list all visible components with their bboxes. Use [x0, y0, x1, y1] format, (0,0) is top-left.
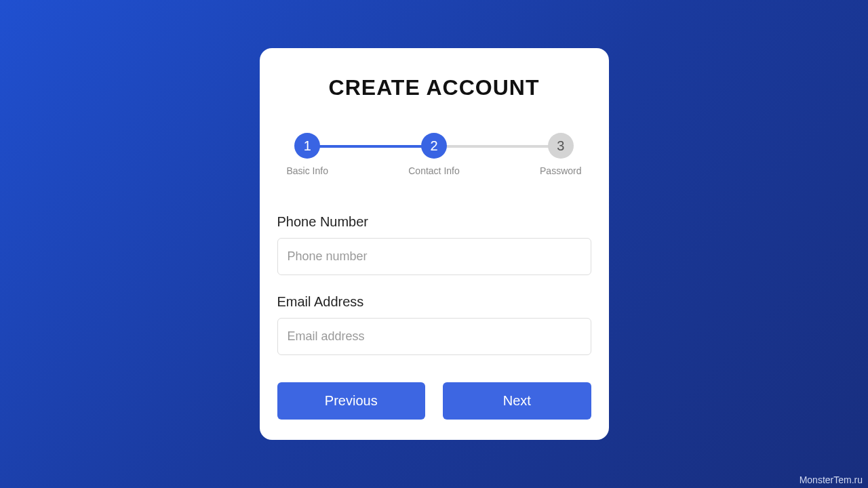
button-row: Previous Next	[277, 382, 591, 420]
phone-label: Phone Number	[277, 214, 591, 230]
step-basic-info: 1 Basic Info	[287, 133, 328, 176]
page-title: CREATE ACCOUNT	[277, 75, 591, 100]
email-form-group: Email Address	[277, 294, 591, 355]
email-label: Email Address	[277, 294, 591, 310]
create-account-card: CREATE ACCOUNT 1 Basic Info 2 Contact In…	[260, 48, 609, 440]
step-label-3: Password	[540, 165, 581, 176]
step-circle-1: 1	[294, 133, 320, 159]
step-label-2: Contact Info	[408, 165, 460, 176]
step-contact-info: 2 Contact Info	[408, 133, 460, 176]
phone-form-group: Phone Number	[277, 214, 591, 275]
step-circle-2: 2	[421, 133, 447, 159]
step-label-1: Basic Info	[287, 165, 328, 176]
step-circle-3: 3	[548, 133, 574, 159]
watermark: MonsterTem.ru	[800, 474, 863, 485]
phone-input[interactable]	[277, 238, 591, 275]
previous-button[interactable]: Previous	[277, 382, 426, 420]
step-password: 3 Password	[540, 133, 581, 176]
progress-stepper: 1 Basic Info 2 Contact Info 3 Password	[287, 133, 582, 176]
next-button[interactable]: Next	[443, 382, 591, 420]
email-input[interactable]	[277, 318, 591, 355]
